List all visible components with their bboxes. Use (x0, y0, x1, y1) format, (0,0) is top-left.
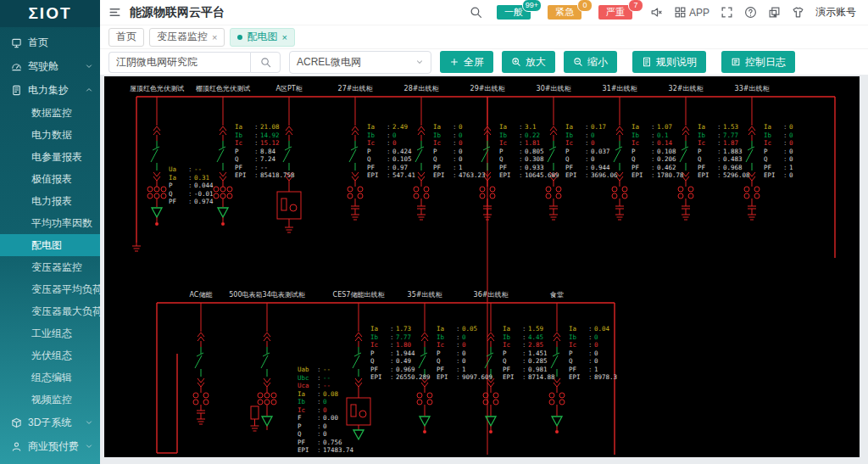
svg-text:--: -- (323, 382, 331, 389)
sidebar-item-电参量报表[interactable]: 电参量报表 (0, 146, 100, 168)
network-select[interactable]: ACREL微电网 (289, 51, 431, 74)
规则说明-button[interactable]: 规则说明 (632, 51, 706, 73)
svg-text:31#出线柜: 31#出线柜 (603, 85, 638, 92)
svg-text:Ib: Ib (503, 333, 511, 341)
svg-text:0.00: 0.00 (323, 414, 339, 422)
sidebar-item-数据监控[interactable]: 数据监控 (0, 102, 100, 124)
sidebar-item-商业预付费[interactable]: 商业预付费 (0, 434, 100, 458)
fullscreen-icon[interactable] (721, 6, 733, 19)
sidebar-item-配电图[interactable]: 配电图 (0, 234, 100, 256)
svg-text::: : (387, 148, 391, 155)
theme-skin-icon[interactable] (792, 6, 804, 19)
svg-text::: : (585, 155, 589, 163)
close-icon[interactable]: × (212, 32, 217, 42)
app-menu-button[interactable]: APP (674, 6, 709, 19)
toolbar: ACREL微电网 全屏放大缩小规则说明控制日志 (100, 49, 868, 75)
svg-text:0: 0 (462, 349, 466, 357)
svg-text:Ua: Ua (169, 165, 176, 173)
sidebar-item-变压器监控[interactable]: 变压器监控 (0, 256, 100, 278)
collapse-menu-icon[interactable] (108, 6, 121, 19)
svg-text:P: P (569, 349, 573, 357)
sidebar-item-电力数据[interactable]: 电力数据 (0, 124, 100, 146)
sidebar-item-平均功率因数[interactable]: 平均功率因数 (0, 212, 100, 234)
svg-text::: : (317, 382, 321, 389)
breadcrumb-tab-首页[interactable]: 首页 (108, 28, 144, 47)
gauge-icon (11, 61, 22, 72)
sidebar-item-3D子系统[interactable]: 3D子系统 (0, 411, 100, 434)
放大-button[interactable]: 放大 (502, 51, 555, 73)
svg-text::: : (390, 366, 394, 373)
svg-text::: : (651, 139, 655, 147)
svg-text::: : (585, 123, 589, 131)
breadcrumb-tab-配电图[interactable]: 配电图× (230, 28, 294, 47)
svg-text::: : (254, 171, 259, 179)
search-button[interactable] (250, 52, 281, 73)
sidebar-item-电力集抄[interactable]: 电力集抄 (0, 78, 100, 102)
svg-text:0.462: 0.462 (657, 164, 676, 171)
sidebar-item-变压器最大负荷[interactable]: 变压器最大负荷 (0, 300, 100, 322)
svg-text:Q: Q (569, 357, 573, 365)
single-line-diagram-canvas[interactable]: 屋顶红色光伏测试棚顶红色光伏测试A区PT柜27#出线柜28#出线柜29#出线柜3… (104, 76, 860, 457)
svg-text::: : (453, 131, 457, 139)
svg-text::: : (519, 148, 523, 155)
控制日志-button[interactable]: 控制日志 (721, 51, 795, 73)
svg-text:0.805: 0.805 (525, 148, 544, 155)
svg-text:0: 0 (459, 155, 463, 163)
search-icon[interactable] (470, 6, 482, 19)
mute-icon[interactable] (650, 6, 663, 19)
svg-text:A区PT柜: A区PT柜 (275, 85, 303, 92)
svg-text:Ib: Ib (235, 131, 243, 139)
svg-text:Ic: Ic (565, 139, 573, 147)
svg-text:PF: PF (569, 366, 577, 373)
svg-text:--: -- (260, 164, 268, 171)
svg-text:0: 0 (462, 357, 466, 365)
feeder-A区PT柜: A区PT柜 (275, 85, 303, 232)
svg-text:0: 0 (591, 155, 595, 163)
alarm-pill-严重[interactable]: 严重7 (598, 5, 632, 20)
svg-text::: : (651, 131, 655, 139)
svg-text:P: P (298, 422, 302, 430)
svg-text::: : (317, 446, 321, 454)
sidebar-item-极值报表[interactable]: 极值报表 (0, 168, 100, 190)
svg-text:PF: PF (367, 164, 376, 171)
sidebar-item-驾驶舱[interactable]: 驾驶舱 (0, 54, 100, 78)
help-icon[interactable] (744, 6, 757, 19)
sidebar-item-组态编辑[interactable]: 组态编辑 (0, 366, 100, 389)
close-icon[interactable]: × (281, 32, 287, 42)
sidebar-item-电力报表[interactable]: 电力报表 (0, 190, 100, 212)
button-label: 控制日志 (745, 55, 786, 70)
缩小-button[interactable]: 缩小 (564, 51, 617, 73)
sidebar: ΣIOT 首页驾驶舱电力集抄数据监控电力数据电参量报表极值报表电力报表平均功率因… (0, 0, 100, 464)
alarm-pill-一般[interactable]: 一般99+ (497, 5, 531, 20)
svg-text::: : (456, 333, 460, 341)
breadcrumb-tab-变压器监控[interactable]: 变压器监控× (149, 28, 225, 47)
svg-text:7.77: 7.77 (723, 131, 738, 139)
svg-text::: : (453, 155, 457, 163)
account-name[interactable]: 演示账号 (815, 5, 856, 20)
sidebar-item-变压器平均负荷[interactable]: 变压器平均负荷 (0, 278, 100, 300)
chev-down-icon (85, 62, 93, 70)
meter-icon (11, 85, 22, 96)
svg-text:8.84: 8.84 (260, 148, 276, 155)
svg-text::: : (390, 341, 394, 349)
sidebar-item-光伏组态[interactable]: 光伏组态 (0, 344, 100, 366)
chev-up-icon (85, 86, 93, 94)
svg-text:0: 0 (323, 430, 327, 438)
alarm-count-badge: 7 (628, 0, 643, 12)
alarm-pill-紧急[interactable]: 紧急0 (548, 5, 581, 20)
single-line-diagram: 屋顶红色光伏测试棚顶红色光伏测试A区PT柜27#出线柜28#出线柜29#出线柜3… (104, 76, 860, 457)
sidebar-item-首页[interactable]: 首页 (0, 31, 100, 54)
svg-text::: : (456, 373, 460, 381)
svg-text:27#出线柜: 27#出线柜 (338, 85, 374, 92)
sidebar-item-视频监控[interactable]: 视频监控 (0, 389, 100, 411)
sidebar-item-工业组态[interactable]: 工业组态 (0, 322, 100, 344)
svg-text:EPI: EPI (433, 171, 445, 179)
全屏-button[interactable]: 全屏 (440, 51, 493, 73)
sidebar-item-label: 首页 (28, 36, 93, 50)
svg-text:33#出线柜: 33#出线柜 (735, 85, 771, 92)
svg-text::: : (453, 148, 457, 155)
search-input[interactable] (108, 52, 250, 73)
svg-text:P: P (367, 148, 371, 155)
windows-icon[interactable] (768, 6, 781, 19)
svg-text:2.49: 2.49 (392, 123, 408, 131)
